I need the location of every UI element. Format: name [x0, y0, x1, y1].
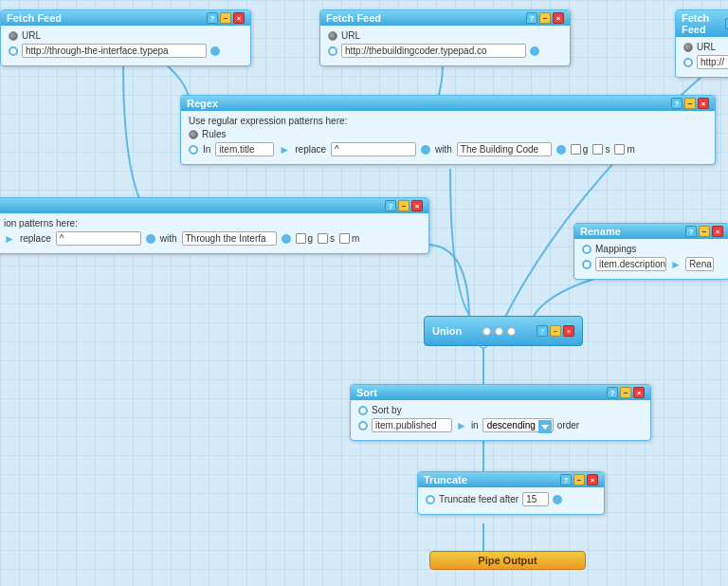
regex-1-rules-label: Rules [202, 129, 227, 139]
pipe-output-label: Pipe Output [478, 555, 537, 566]
fetch-feed-1-close[interactable]: × [233, 12, 245, 24]
regex-2-g-checkbox[interactable] [296, 233, 306, 244]
regex-1-g-checkbox[interactable] [571, 144, 581, 155]
fetch-feed-2-close[interactable]: × [553, 12, 564, 24]
fetch-feed-2-url-label: URL [341, 30, 360, 41]
rename-mappings-connector [582, 245, 592, 254]
rename-controls: ? − × [685, 226, 723, 237]
regex-1-m-checkbox-group: m [614, 144, 634, 155]
fetch-feed-1-help[interactable]: ? [207, 12, 218, 24]
union-help[interactable]: ? [537, 325, 548, 337]
sort-controls: ? − × [607, 387, 645, 398]
fetch-feed-1-body: URL http://through-the-interface.typepa [1, 26, 250, 65]
truncate-value-input[interactable]: 15 [522, 492, 549, 506]
regex-2-help[interactable]: ? [385, 200, 396, 211]
regex-1-with-input[interactable]: The Building Code [457, 142, 552, 156]
rename-close[interactable]: × [712, 226, 723, 237]
fetch-feed-2-output [530, 46, 539, 56]
fetch-feed-2-url-input[interactable]: http://thebuildingcoder.typepad.co [341, 44, 526, 58]
regex-2-replace-label: replace [20, 233, 51, 244]
truncate-title: Truncate [424, 474, 467, 485]
truncate-controls: ? − × [560, 474, 598, 485]
truncate-close[interactable]: × [587, 474, 598, 485]
fetch-feed-3-header: Fetch Feed ? − × [676, 10, 728, 37]
regex-2-close[interactable]: × [411, 200, 423, 211]
regex-2-m-checkbox[interactable] [339, 233, 350, 244]
sort-help[interactable]: ? [607, 387, 618, 398]
fetch-feed-3-url-radio[interactable] [683, 43, 693, 52]
truncate-window: Truncate ? − × Truncate feed after 15 [417, 471, 605, 515]
regex-2-s-checkbox[interactable] [318, 233, 328, 244]
rename-help[interactable]: ? [685, 226, 697, 237]
rename-header: Rename ? − × [574, 224, 728, 239]
regex-1-minimize[interactable]: − [684, 98, 696, 109]
regex-2-desc: ion patterns here: [4, 218, 78, 229]
union-inputs [482, 327, 516, 336]
sort-in-label: in [471, 420, 479, 430]
sort-field-input[interactable]: item.published [372, 418, 452, 432]
sort-order-select[interactable]: descending [482, 418, 554, 432]
fetch-feed-1-connector [9, 46, 18, 56]
rename-title: Rename [580, 226, 621, 237]
rename-window: Rename ? − × Mappings item.description ►… [573, 223, 728, 280]
fetch-feed-2-title: Fetch Feed [326, 12, 381, 24]
sort-order-arrow [538, 420, 552, 433]
regex-1-header: Regex ? − × [181, 96, 715, 111]
sort-close[interactable]: × [633, 387, 645, 398]
truncate-help[interactable]: ? [560, 474, 572, 485]
fetch-feed-1-url-radio[interactable] [9, 31, 18, 41]
truncate-output [553, 495, 562, 504]
regex-2-replace-input[interactable]: ^ [56, 231, 141, 246]
regex-2-g-label: g [308, 233, 314, 244]
sort-window: Sort ? − × Sort by item.published ► in d… [350, 384, 651, 441]
fetch-feed-3-window: Fetch Feed ? − × URL http:// [675, 9, 728, 78]
fetch-feed-2-help[interactable]: ? [526, 12, 537, 24]
fetch-feed-3-url-input[interactable]: http:// [697, 55, 728, 69]
rename-field-input[interactable]: item.description [595, 257, 666, 271]
regex-1-connector [189, 145, 198, 155]
fetch-feed-2-header: Fetch Feed ? − × [320, 10, 570, 26]
fetch-feed-2-minimize[interactable]: − [539, 12, 551, 24]
union-input-3 [507, 327, 516, 336]
fetch-feed-1-window: Fetch Feed ? − × URL http://through-the-… [0, 9, 251, 66]
regex-1-field1[interactable]: item.title [215, 142, 274, 156]
truncate-minimize[interactable]: − [573, 474, 585, 485]
union-input-2 [495, 327, 503, 336]
rename-mappings-label: Mappings [595, 244, 636, 254]
sort-minimize[interactable]: − [620, 387, 631, 398]
fetch-feed-2-window: Fetch Feed ? − × URL http://thebuildingc… [319, 9, 571, 66]
fetch-feed-2-url-radio[interactable] [328, 31, 337, 41]
sort-field-connector [358, 421, 368, 430]
regex-1-g-checkbox-group: g [571, 144, 589, 155]
regex-1-help[interactable]: ? [671, 98, 682, 109]
regex-1-close[interactable]: × [698, 98, 709, 109]
regex-1-radio1[interactable] [189, 130, 198, 139]
regex-1-m-checkbox[interactable] [614, 144, 625, 155]
fetch-feed-3-body: URL http:// [676, 37, 728, 77]
regex-2-with-input[interactable]: Through the Interfa [182, 231, 277, 246]
regex-2-header: ? − × [0, 198, 428, 213]
regex-1-controls: ? − × [671, 98, 709, 109]
rename-value-input[interactable]: Rena [685, 257, 714, 271]
union-minimize[interactable]: − [550, 325, 561, 337]
union-close[interactable]: × [563, 325, 574, 337]
fetch-feed-1-header: Fetch Feed ? − × [1, 10, 250, 26]
regex-1-replace-input[interactable]: ^ [331, 142, 416, 156]
regex-1-s-checkbox-group: s [592, 144, 610, 155]
regex-2-minimize[interactable]: − [398, 200, 410, 211]
regex-2-body: ion patterns here: ► replace ^ with Thro… [0, 213, 428, 253]
pipe-output-bar[interactable]: Pipe Output [429, 551, 586, 570]
sort-title: Sort [356, 387, 377, 398]
regex-1-s-checkbox[interactable] [592, 144, 603, 155]
connections-canvas [0, 0, 728, 586]
regex-1-replace-label: replace [295, 144, 326, 155]
regex-1-m-label: m [627, 144, 634, 155]
regex-1-output [421, 145, 430, 155]
fetch-feed-1-url-input[interactable]: http://through-the-interface.typepa [22, 44, 207, 58]
truncate-desc: Truncate feed after [439, 494, 519, 504]
regex-1-window: Regex ? − × Use regular expression patte… [180, 95, 716, 165]
fetch-feed-1-controls: ? − × [207, 12, 245, 24]
truncate-connector [426, 495, 435, 504]
fetch-feed-1-minimize[interactable]: − [220, 12, 231, 24]
rename-minimize[interactable]: − [699, 226, 710, 237]
